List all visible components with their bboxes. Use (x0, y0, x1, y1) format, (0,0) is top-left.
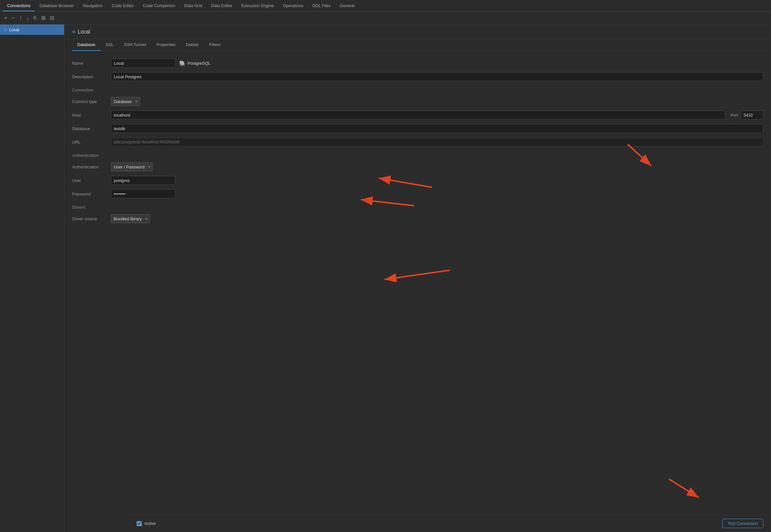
auth-type-select-wrapper: User / PasswordLDAPKerberos (111, 162, 153, 171)
password-input[interactable] (111, 189, 175, 198)
main-layout: ≡Local ≡ Local DatabaseSSLSSH TunnelProp… (0, 24, 771, 532)
content-wrapper: ≡ Local DatabaseSSLSSH TunnelPropertiesD… (64, 24, 771, 532)
port-group: Port (730, 110, 763, 119)
host-row: Host Port (72, 110, 763, 119)
import-btn[interactable]: ⊞ (40, 15, 47, 21)
port-label: Port (730, 113, 738, 118)
sidebar-item-local[interactable]: ≡Local (0, 24, 64, 35)
connect-type-label: Connect type (72, 99, 111, 104)
connect-type-select[interactable]: DatabaseSSHURL (111, 97, 140, 106)
name-label: Name (72, 61, 111, 66)
top-nav-tab-data-editor[interactable]: Data Editor (207, 1, 237, 11)
driver-source-label: Driver source (72, 216, 111, 221)
url-row: URL (72, 138, 763, 147)
move-down-btn[interactable]: ↓ (25, 15, 31, 21)
user-row: User (72, 176, 763, 185)
copy-btn[interactable]: ⎘ (32, 15, 38, 21)
bottom-bar: Active Test Connection (129, 515, 771, 532)
url-input[interactable] (111, 138, 763, 147)
top-nav-tab-general[interactable]: General (335, 1, 359, 11)
name-input[interactable] (111, 59, 175, 68)
name-row: Name 🐘 PostgreSQL (72, 59, 763, 68)
sub-tab-ssl[interactable]: SSL (100, 39, 119, 51)
export-btn[interactable]: ⊟ (48, 15, 56, 21)
connection-section-title: Connection (72, 88, 763, 92)
description-row: Description (72, 72, 763, 81)
db-type-badge: 🐘 PostgreSQL (179, 60, 211, 66)
sub-tab-ssh-tunnel[interactable]: SSH Tunnel (119, 39, 151, 51)
user-label: User (72, 178, 111, 183)
host-label: Host (72, 113, 111, 118)
top-nav: ConnectionsDatabase BrowserNavigationCod… (0, 0, 771, 12)
database-row: Database (72, 124, 763, 133)
connection-icon: ≡ (72, 29, 75, 35)
database-input[interactable] (111, 124, 763, 133)
connection-title: Local (78, 29, 90, 35)
connect-type-row: Connect type DatabaseSSHURL (72, 97, 763, 106)
drivers-section-title: Drivers (72, 205, 763, 210)
connection-header: ≡ Local (64, 24, 771, 39)
password-label: Password (72, 192, 111, 196)
driver-source-select[interactable]: Bundled libraryCustom (111, 214, 150, 223)
top-nav-tab-ddl-files[interactable]: DDL Files (308, 1, 335, 11)
description-input[interactable] (111, 72, 763, 81)
sub-tab-details[interactable]: Details (181, 39, 204, 51)
auth-type-row: Authentication User / PasswordLDAPKerber… (72, 162, 763, 171)
top-nav-tab-code-editor[interactable]: Code Editor (107, 1, 138, 11)
content: ≡ Local DatabaseSSLSSH TunnelPropertiesD… (64, 24, 771, 236)
top-nav-tab-database-browser[interactable]: Database Browser (35, 1, 78, 11)
active-checkbox-input[interactable] (137, 521, 142, 526)
pg-icon: 🐘 (179, 60, 185, 66)
test-connection-button[interactable]: Test Connection (722, 519, 763, 528)
top-nav-tab-connections[interactable]: Connections (3, 1, 35, 11)
connection-section: Connection Connect type DatabaseSSHURL H… (72, 88, 763, 147)
top-nav-tab-operations[interactable]: Operations (279, 1, 308, 11)
active-label: Active (144, 521, 156, 526)
add-connection-btn[interactable]: + (3, 15, 9, 21)
auth-type-label: Authentication (72, 165, 111, 169)
description-label: Description (72, 74, 111, 79)
form-content: Name 🐘 PostgreSQL Description Connection (64, 51, 771, 236)
sidebar-icon: ≡ (4, 27, 6, 32)
top-nav-tab-code-completion[interactable]: Code Completion (138, 1, 179, 11)
db-type-label: PostgreSQL (187, 61, 211, 66)
sub-tab-filters[interactable]: Filters (204, 39, 226, 51)
port-input[interactable] (741, 110, 763, 119)
sidebar: ≡Local (0, 24, 64, 532)
toolbar: +−↑↓⎘⊞⊟ (0, 12, 771, 24)
top-nav-tab-data-grid[interactable]: Data Grid (180, 1, 207, 11)
auth-type-select[interactable]: User / PasswordLDAPKerberos (111, 162, 153, 171)
sub-tab-database[interactable]: Database (72, 39, 100, 51)
url-label: URL (72, 140, 111, 145)
host-input[interactable] (111, 110, 725, 119)
sub-tabs: DatabaseSSLSSH TunnelPropertiesDetailsFi… (64, 39, 771, 51)
active-checkbox[interactable]: Active (137, 521, 156, 526)
authentication-section-title: Authentication (72, 153, 763, 158)
top-nav-tab-execution-engine[interactable]: Execution Engine (237, 1, 278, 11)
driver-source-select-wrapper: Bundled libraryCustom (111, 214, 150, 223)
remove-connection-btn[interactable]: − (10, 15, 16, 21)
driver-source-row: Driver source Bundled libraryCustom (72, 214, 763, 223)
user-input[interactable] (111, 176, 175, 185)
drivers-section: Drivers Driver source Bundled libraryCus… (72, 205, 763, 223)
sub-tab-properties[interactable]: Properties (151, 39, 181, 51)
svg-line-5 (669, 479, 699, 498)
svg-line-4 (385, 270, 450, 280)
move-up-btn[interactable]: ↑ (18, 15, 24, 21)
database-label: Database (72, 126, 111, 131)
connect-type-select-wrapper: DatabaseSSHURL (111, 97, 140, 106)
password-row: Password (72, 189, 763, 198)
top-nav-tab-navigation[interactable]: Navigation (78, 1, 107, 11)
authentication-section: Authentication Authentication User / Pas… (72, 153, 763, 198)
